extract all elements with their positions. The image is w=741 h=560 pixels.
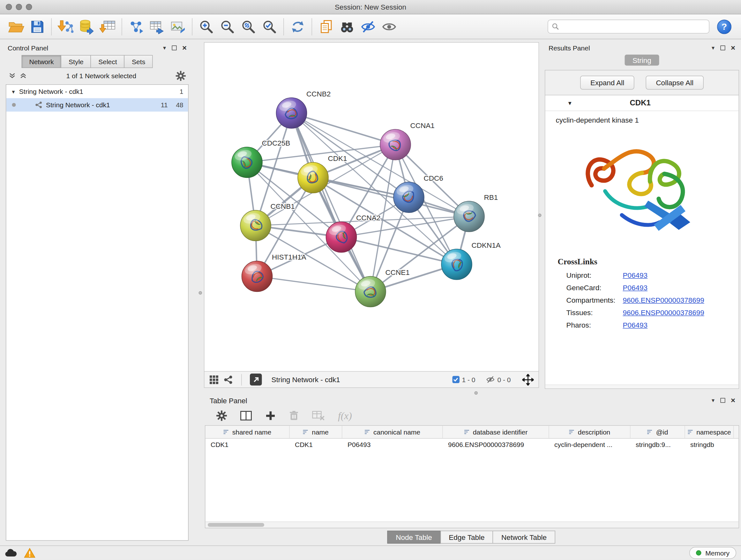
network-overview-icon[interactable]	[224, 375, 233, 384]
open-session-button[interactable]	[6, 16, 27, 37]
table-row[interactable]: CDK1CDK1P064939606.ENSP00000378699cyclin…	[205, 439, 739, 451]
network-node-ccnb1[interactable]	[240, 210, 271, 241]
search-input[interactable]	[562, 23, 705, 30]
left-splitter-handle[interactable]	[199, 291, 202, 295]
expand-all-button[interactable]: Expand All	[581, 76, 634, 90]
tab-sets[interactable]: Sets	[124, 55, 153, 68]
tab-select[interactable]: Select	[91, 55, 125, 68]
expand-all-icon[interactable]	[20, 72, 27, 79]
network-node-ccna1[interactable]	[380, 129, 411, 160]
collapse-all-icon[interactable]	[9, 72, 16, 79]
cloud-icon[interactable]	[5, 549, 17, 557]
warning-icon[interactable]	[24, 548, 36, 558]
checkbox-icon[interactable]	[452, 376, 460, 383]
network-graph[interactable]: CCNB2CCNA1CDC25BCDK1CDC6RB1CCNB1CCNA2CDK…	[205, 43, 539, 371]
pan-crosshair-icon[interactable]	[522, 374, 534, 385]
add-column-icon[interactable]	[265, 411, 276, 421]
tab-network[interactable]: Network	[22, 55, 62, 68]
column-header[interactable]: database identifier	[443, 426, 549, 438]
network-node-ccna2[interactable]	[326, 222, 357, 253]
section-caret-icon[interactable]: ▼	[567, 100, 572, 106]
minimize-window-icon[interactable]	[16, 4, 22, 10]
float-panel-icon[interactable]	[720, 398, 725, 403]
zoom-selected-button[interactable]	[259, 16, 280, 37]
gear-icon[interactable]	[176, 71, 186, 81]
tab-edge-table[interactable]: Edge Table	[440, 531, 493, 544]
crosslink-value-link[interactable]: P06493	[623, 320, 648, 329]
export-image-button[interactable]	[167, 16, 189, 37]
import-table-button[interactable]	[97, 16, 118, 37]
string-tab-badge[interactable]: String	[625, 55, 659, 66]
column-header[interactable]: namespace	[685, 426, 734, 438]
hide-selected-button[interactable]	[358, 16, 379, 37]
delete-column-icon[interactable]	[289, 411, 299, 421]
clone-network-button[interactable]	[125, 16, 146, 37]
crosslink-value-link[interactable]: 9606.ENSP00000378699	[623, 308, 704, 316]
search-box[interactable]	[548, 20, 710, 34]
network-node-ccne1[interactable]	[355, 276, 386, 307]
binoculars-button[interactable]	[337, 16, 358, 37]
scrollbar-thumb[interactable]	[208, 523, 264, 527]
network-canvas[interactable]: CCNB2CCNA1CDC25BCDK1CDC6RB1CCNB1CCNA2CDK…	[204, 42, 539, 372]
column-header[interactable]: description	[549, 426, 630, 438]
table-cell: 9606.ENSP00000378699	[443, 439, 549, 451]
tree-caret-icon[interactable]: ▼	[11, 89, 16, 94]
column-header[interactable]: shared name	[205, 426, 290, 438]
float-panel-icon[interactable]	[720, 46, 725, 51]
table-gear-icon[interactable]	[216, 411, 227, 421]
help-button[interactable]: ?	[717, 19, 731, 34]
results-scrollbar[interactable]	[545, 385, 739, 388]
panel-menu-icon[interactable]: ▾	[163, 45, 166, 51]
collapse-all-button[interactable]: Collapse All	[646, 76, 704, 90]
save-session-button[interactable]	[27, 16, 48, 37]
copy-document-button[interactable]	[316, 16, 337, 37]
column-header[interactable]: name	[290, 426, 342, 438]
selected-counter: 1 - 0	[452, 376, 475, 383]
function-builder-icon[interactable]: f(x)	[338, 410, 352, 422]
float-panel-icon[interactable]	[172, 46, 177, 51]
protein-section-header[interactable]: ▼ CDK1	[545, 96, 739, 111]
show-all-button[interactable]	[379, 16, 400, 37]
network-from-table-button[interactable]	[146, 16, 167, 37]
network-node-cdk1[interactable]	[298, 163, 328, 193]
column-header[interactable]: @id	[630, 426, 685, 438]
panel-menu-icon[interactable]: ▾	[712, 45, 715, 51]
right-splitter-handle[interactable]	[538, 213, 542, 217]
detach-view-button[interactable]	[250, 374, 262, 386]
network-row[interactable]: String Network - cdk1 11 48	[6, 98, 188, 112]
horizontal-splitter-handle[interactable]	[475, 391, 478, 395]
zoom-in-button[interactable]	[196, 16, 217, 37]
tab-network-table[interactable]: Network Table	[493, 531, 555, 544]
crosslink-value-link[interactable]: 9606.ENSP00000378699	[623, 296, 704, 304]
tab-style[interactable]: Style	[61, 55, 91, 68]
grid-view-icon[interactable]	[209, 375, 219, 384]
close-panel-icon[interactable]: ×	[182, 44, 187, 52]
hidden-eye-icon[interactable]	[486, 376, 495, 383]
table-cell: CDK1	[205, 439, 290, 451]
refresh-layout-button[interactable]	[287, 16, 308, 37]
close-window-icon[interactable]	[6, 4, 12, 10]
crosslink-value-link[interactable]: P06493	[623, 283, 648, 292]
network-collection-row[interactable]: ▼ String Network - cdk1 1	[6, 85, 188, 98]
delete-table-icon[interactable]	[312, 411, 325, 421]
network-node-cdc25b[interactable]	[232, 147, 262, 178]
import-network-database-button[interactable]	[76, 16, 97, 37]
network-node-cdc6[interactable]	[394, 182, 424, 212]
crosslink-value-link[interactable]: P06493	[623, 271, 648, 279]
maximize-window-icon[interactable]	[26, 4, 32, 10]
network-node-ccnb2[interactable]	[276, 98, 307, 128]
close-panel-icon[interactable]: ×	[731, 44, 735, 52]
tab-node-table[interactable]: Node Table	[387, 531, 441, 544]
network-node-cdkn1a[interactable]	[441, 249, 472, 280]
close-panel-icon[interactable]: ×	[731, 396, 735, 404]
zoom-out-button[interactable]	[217, 16, 238, 37]
column-header[interactable]: canonical name	[342, 426, 443, 438]
table-horizontal-scrollbar[interactable]	[205, 522, 739, 528]
panel-menu-icon[interactable]: ▾	[712, 397, 715, 403]
network-node-rb1[interactable]	[454, 201, 484, 232]
show-columns-icon[interactable]	[240, 411, 252, 421]
memory-button[interactable]: Memory	[690, 547, 736, 559]
zoom-fit-button[interactable]	[238, 16, 259, 37]
network-node-hist1h1a[interactable]	[242, 261, 273, 292]
import-network-file-button[interactable]	[55, 16, 76, 37]
